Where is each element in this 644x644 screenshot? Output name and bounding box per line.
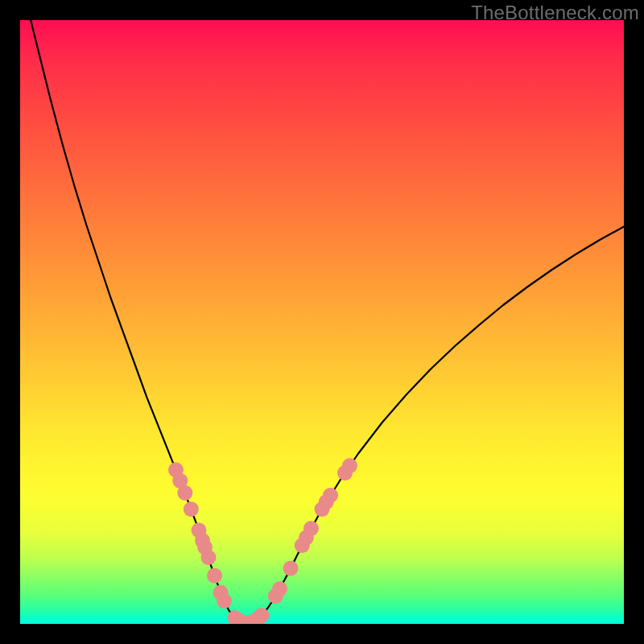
marker-right xyxy=(323,488,338,503)
watermark-text: TheBottleneck.com xyxy=(471,2,639,24)
marker-right xyxy=(272,581,287,597)
marker-right xyxy=(283,561,299,576)
chart-frame: TheBottleneck.com xyxy=(0,0,644,644)
bottleneck-curve xyxy=(29,20,624,623)
marker-left xyxy=(207,568,222,584)
marker-right xyxy=(342,458,357,473)
marker-left xyxy=(201,550,217,565)
marker-left xyxy=(254,608,270,623)
marker-left xyxy=(217,593,232,609)
chart-svg xyxy=(20,20,624,624)
marker-right xyxy=(303,521,319,536)
marker-left xyxy=(177,485,192,501)
chart-plot-area xyxy=(20,20,624,624)
marker-left xyxy=(184,502,199,517)
